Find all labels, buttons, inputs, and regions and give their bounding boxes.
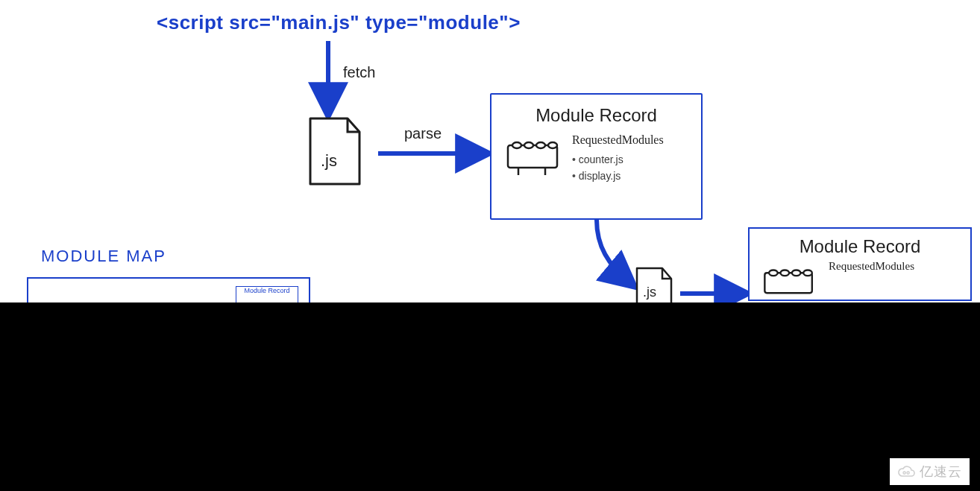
svg-point-5: [524, 142, 533, 148]
js-file-icon-small: .js: [632, 265, 676, 302]
svg-point-11: [769, 270, 778, 276]
svg-point-4: [512, 142, 521, 148]
module-record-title: Module Record: [503, 105, 689, 126]
module-map-mini-label: Module Record: [244, 287, 289, 302]
lego-brick-icon: [760, 260, 820, 297]
svg-point-7: [548, 142, 557, 148]
svg-point-12: [781, 270, 790, 276]
module-map-box: Module Record: [27, 277, 310, 302]
file-ext-label: .js: [321, 151, 337, 171]
js-file-icon: .js: [304, 115, 365, 187]
svg-rect-16: [907, 472, 909, 474]
black-bar: [0, 302, 980, 491]
script-tag-title: <script src="main.js" type="module">: [157, 11, 521, 34]
module-record-secondary: Module Record RequestedModules: [748, 227, 972, 301]
svg-point-14: [803, 270, 812, 276]
watermark-text: 亿速云: [920, 463, 962, 481]
module-map-mini-record: Module Record: [236, 286, 298, 302]
watermark: 亿速云: [890, 458, 970, 485]
module-record-title: Module Record: [760, 236, 960, 257]
requested-modules-header: RequestedModules: [572, 130, 689, 150]
module-map-heading: MODULE MAP: [41, 247, 166, 266]
svg-rect-15: [903, 472, 905, 474]
lego-brick-icon: [503, 130, 565, 177]
module-record-main: Module Record RequestedModules counter.j…: [490, 93, 703, 220]
file-ext-label: .js: [643, 285, 656, 300]
requested-modules: RequestedModules counter.js display.js: [572, 130, 689, 184]
label-parse: parse: [404, 125, 442, 142]
diagram-stage: <script src="main.js" type="module"> fet…: [0, 0, 980, 302]
svg-point-13: [792, 270, 801, 276]
requested-module-item: counter.js: [572, 151, 689, 168]
cloud-icon: [897, 463, 915, 481]
label-fetch: fetch: [343, 64, 375, 81]
svg-point-6: [536, 142, 545, 148]
requested-module-item: display.js: [572, 168, 689, 184]
requested-modules-header: RequestedModules: [829, 260, 914, 273]
